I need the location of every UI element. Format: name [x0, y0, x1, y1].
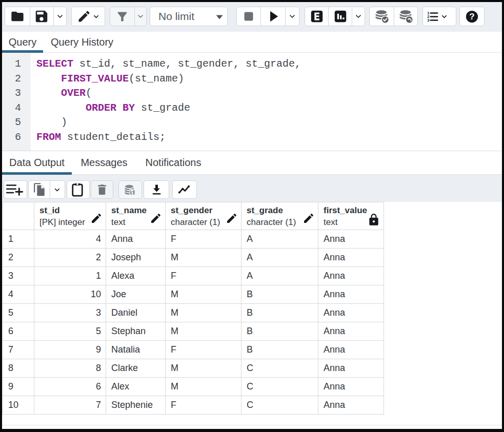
svg-text:3: 3 — [427, 18, 430, 23]
svg-text:?: ? — [469, 12, 474, 22]
